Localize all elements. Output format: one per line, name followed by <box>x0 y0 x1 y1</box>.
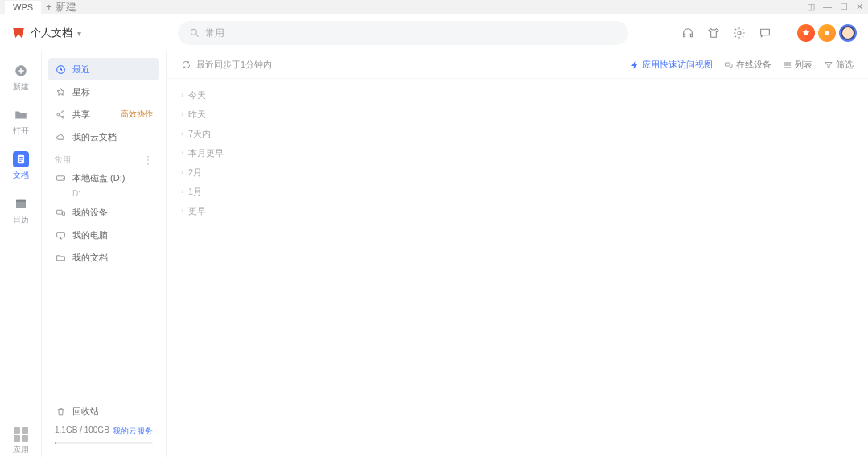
group-7days[interactable]: ›7天内 <box>181 124 854 143</box>
computer-label: 我的电脑 <box>72 229 108 241</box>
group-yesterday[interactable]: ›昨天 <box>181 105 854 124</box>
sidebar-star-label: 星标 <box>72 86 90 98</box>
chevron-right-icon: › <box>181 207 183 215</box>
share-badge: 高效协作 <box>121 109 153 120</box>
sync-icon <box>181 60 191 70</box>
main: 最近同步于1分钟内 应用快速访问视图 在线设备 列表 筛选 <box>167 51 868 457</box>
avatar-user[interactable] <box>839 24 857 42</box>
devices-label: 我的设备 <box>72 207 108 219</box>
sidebar-item-cloud[interactable]: 我的云文档 <box>48 126 159 148</box>
date-groups: ›今天 ›昨天 ›7天内 ›本月更早 ›2月 ›1月 ›更早 <box>167 79 868 227</box>
svg-point-18 <box>63 178 64 179</box>
gear-icon[interactable] <box>733 27 746 39</box>
clock-icon <box>55 64 66 75</box>
svg-point-2 <box>738 31 741 35</box>
search-placeholder: 常用 <box>205 27 224 40</box>
online-devices-button[interactable]: 在线设备 <box>724 59 771 71</box>
folder-icon <box>13 107 29 123</box>
chevron-right-icon: › <box>181 91 183 99</box>
tab-wps[interactable]: WPS <box>5 1 41 14</box>
group-label: 更早 <box>188 205 206 217</box>
svg-line-15 <box>59 112 62 113</box>
sync-label: 最近同步于1分钟内 <box>196 59 272 71</box>
new-tab-button[interactable]: + 新建 <box>46 0 76 14</box>
svg-line-16 <box>59 115 62 117</box>
cloud-icon <box>55 131 66 142</box>
header-actions <box>681 24 857 42</box>
sidebar: 最近 星标 共享 高效协作 我的云文档 常用 ⋮ 本地磁盘 (D:) <box>42 51 167 457</box>
sidebar-item-mydocs[interactable]: 我的文档 <box>48 246 159 269</box>
sidebar-item-devices[interactable]: 我的设备 <box>48 201 159 224</box>
share-icon <box>55 109 66 120</box>
quick-access-label: 应用快速访问视图 <box>642 59 713 71</box>
rail-calendar[interactable]: 日历 <box>0 194 41 227</box>
group-today[interactable]: ›今天 <box>181 85 854 105</box>
group-feb[interactable]: ›2月 <box>181 163 854 182</box>
rail-apps[interactable]: 应用 <box>0 426 41 457</box>
svg-rect-20 <box>62 211 64 215</box>
window-compact-icon[interactable]: ◫ <box>807 2 815 12</box>
sidebar-item-recycle[interactable]: 回收站 <box>48 400 159 422</box>
sidebar-item-local-disk[interactable]: 本地磁盘 (D:) D: <box>48 169 159 201</box>
body: 新建 打开 文档 日历 应用 最近 星标 <box>0 51 868 457</box>
main-toolbar: 最近同步于1分钟内 应用快速访问视图 在线设备 列表 筛选 <box>167 51 868 79</box>
shirt-icon[interactable] <box>707 27 720 39</box>
storage-info: 1.1GB / 100GB 我的云服务 <box>48 422 159 438</box>
disk-icon <box>55 173 66 184</box>
search-input[interactable]: 常用 <box>178 21 628 45</box>
group-jan[interactable]: ›1月 <box>181 182 854 201</box>
local-disk-label: 本地磁盘 (D:) <box>72 172 125 184</box>
left-rail: 新建 打开 文档 日历 应用 <box>0 51 42 457</box>
svg-rect-24 <box>726 63 730 66</box>
group-earlier[interactable]: ›更早 <box>181 201 854 220</box>
toolbar-actions: 应用快速访问视图 在线设备 列表 筛选 <box>630 59 854 71</box>
document-icon <box>13 151 29 167</box>
local-disk-sublabel: D: <box>72 189 153 198</box>
window-controls: ◫ — ☐ ✕ <box>807 2 863 12</box>
group-label: 7天内 <box>188 128 211 140</box>
rail-calendar-label: 日历 <box>13 214 29 225</box>
svg-point-3 <box>825 31 829 35</box>
rail-docs[interactable]: 文档 <box>0 150 41 183</box>
svg-rect-25 <box>730 64 733 67</box>
title-dropdown-icon[interactable]: ▾ <box>77 29 81 38</box>
page-title[interactable]: 个人文档 <box>31 26 72 40</box>
list-view-button[interactable]: 列表 <box>783 59 812 71</box>
window-maximize-icon[interactable]: ☐ <box>840 2 848 12</box>
search-icon <box>189 27 200 39</box>
titlebar: WPS + 新建 ◫ — ☐ ✕ <box>0 0 868 14</box>
rail-open[interactable]: 打开 <box>0 105 41 138</box>
filter-button[interactable]: 筛选 <box>824 59 854 71</box>
sidebar-item-star[interactable]: 星标 <box>48 80 159 103</box>
star-icon <box>55 86 66 97</box>
storage-bar <box>55 442 153 444</box>
online-devices-label: 在线设备 <box>736 59 771 71</box>
svg-rect-10 <box>16 200 26 202</box>
apps-grid-icon <box>14 427 28 442</box>
svg-rect-19 <box>56 210 62 214</box>
quick-access-button[interactable]: 应用快速访问视图 <box>630 59 713 71</box>
group-earlier-month[interactable]: ›本月更早 <box>181 143 854 163</box>
filter-label: 筛选 <box>836 59 854 71</box>
bolt-icon <box>630 60 640 70</box>
folder-docs-icon <box>55 252 66 263</box>
message-icon[interactable] <box>759 27 771 39</box>
sidebar-item-computer[interactable]: 我的电脑 <box>48 224 159 246</box>
plus-circle-icon <box>13 63 29 79</box>
sidebar-footer: 回收站 1.1GB / 100GB 我的云服务 <box>42 400 166 451</box>
sidebar-item-share[interactable]: 共享 高效协作 <box>48 103 159 126</box>
avatar-badge-1[interactable] <box>797 24 815 42</box>
sidebar-item-recent[interactable]: 最近 <box>48 58 159 80</box>
window-close-icon[interactable]: ✕ <box>856 2 863 12</box>
window-minimize-icon[interactable]: — <box>823 2 832 12</box>
rail-docs-label: 文档 <box>13 170 29 181</box>
chevron-right-icon: › <box>181 168 183 176</box>
rail-new-label: 新建 <box>13 81 29 93</box>
headset-icon[interactable] <box>681 27 694 39</box>
section-more-icon[interactable]: ⋮ <box>143 154 153 166</box>
devices-icon <box>55 207 66 218</box>
avatar-badge-2[interactable] <box>818 24 836 42</box>
svg-line-1 <box>196 35 199 37</box>
cloud-service-link[interactable]: 我的云服务 <box>113 426 153 437</box>
rail-new[interactable]: 新建 <box>0 61 41 94</box>
